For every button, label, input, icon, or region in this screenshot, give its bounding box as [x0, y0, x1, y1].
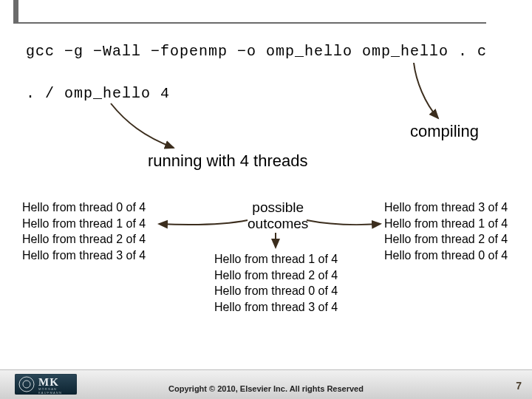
page-number: 7	[516, 380, 522, 392]
copyright-text: Copyright © 2010, Elsevier Inc. All righ…	[0, 384, 532, 393]
arrow-possible-to-middle	[0, 0, 532, 399]
